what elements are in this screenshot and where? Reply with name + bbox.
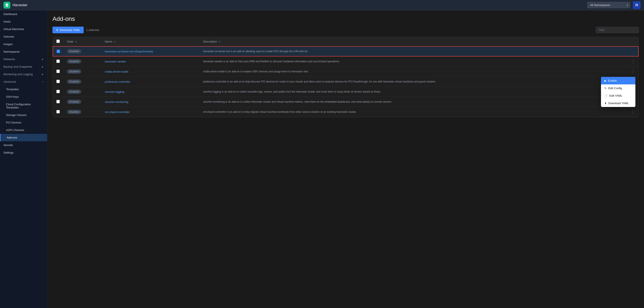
- row-actions-button[interactable]: ⋮: [631, 59, 635, 64]
- main-content: Add-ons ⬇ Download YAML 1 selected State…: [47, 10, 644, 308]
- addon-description: nvidia-driver-toolkit is an add-on to en…: [203, 70, 308, 73]
- sidebar-item-templates[interactable]: Templates: [0, 85, 47, 93]
- sidebar-item-images[interactable]: Images: [0, 40, 47, 48]
- addon-name-link[interactable]: rancher-monitoring: [105, 100, 128, 104]
- table-row[interactable]: Disabled rancher-logging rancher-logging…: [53, 87, 638, 97]
- col-header-name: Name ⇅: [101, 37, 200, 46]
- sort-icon-state: ⇅: [75, 41, 77, 43]
- status-badge: Disabled: [67, 100, 81, 104]
- addon-name-link[interactable]: nvidia-driver-toolkit: [105, 70, 128, 73]
- addon-name-link[interactable]: rancher-logging: [105, 90, 124, 93]
- sidebar-item-dashboard[interactable]: Dashboard: [0, 10, 47, 18]
- status-badge: Disabled: [67, 90, 81, 94]
- sidebar-item-cloud-config-templates[interactable]: Cloud Configuration Templates: [0, 101, 47, 111]
- sidebar-item-hosts[interactable]: Hosts: [0, 18, 47, 25]
- table-row[interactable]: Disabled vm-import-controller vm-import-…: [53, 107, 638, 117]
- addon-name-link[interactable]: harvester-csi-driver-lvm (Experimental): [105, 50, 153, 53]
- select-all-checkbox[interactable]: [56, 39, 60, 43]
- edit-icon: ✎: [604, 87, 606, 90]
- row-checkbox[interactable]: [56, 70, 60, 73]
- play-icon: ▶: [604, 79, 606, 82]
- status-badge: Disabled: [67, 49, 81, 53]
- namespace-selector-wrapper: All Namespaces default kube-system: [587, 2, 630, 8]
- filter-input[interactable]: [596, 27, 639, 33]
- addon-description: harvester-csi-driver-lvm is an add-on al…: [203, 50, 308, 53]
- status-badge: Disabled: [67, 69, 81, 74]
- sidebar-item-vgpu-devices[interactable]: vGPU Devices: [0, 126, 47, 134]
- app-logo: [4, 2, 10, 8]
- addon-description: vm-import-controller is an add-on to hel…: [203, 110, 356, 113]
- download-icon: ⬇: [56, 28, 58, 31]
- status-badge: Disabled: [67, 79, 81, 84]
- addon-description: rancher-logging is an add-on to collect …: [203, 90, 381, 93]
- context-menu-enable[interactable]: ▶ Enable: [601, 77, 636, 84]
- chevron-right-icon: ▶: [42, 65, 44, 68]
- table-row[interactable]: Disabled rancher-monitoring rancher-moni…: [53, 97, 638, 107]
- addon-description: harvester-seeder is an add-on that uses …: [203, 60, 340, 63]
- row-checkbox-checked[interactable]: ✓: [56, 50, 60, 53]
- sidebar-item-backup-snapshots[interactable]: Backup and Snapshots ▶: [0, 63, 47, 70]
- table-row[interactable]: Disabled nvidia-driver-toolkit nvidia-dr…: [53, 67, 638, 77]
- table-row[interactable]: ✓ Disabled harvester-csi-driver-lvm (Exp…: [53, 46, 638, 56]
- sidebar: Dashboard Hosts Virtual Machines Volumes…: [0, 10, 47, 308]
- chevron-right-icon: ▶: [42, 58, 44, 60]
- sort-icon-name: ⇅: [114, 41, 116, 43]
- sidebar-item-monitoring-logging[interactable]: Monitoring and Logging ▶: [0, 70, 47, 78]
- sidebar-item-namespaces[interactable]: Namespaces: [0, 48, 47, 55]
- sidebar-item-settings[interactable]: Settings: [0, 149, 47, 156]
- sidebar-item-add-ons[interactable]: Add-ons: [0, 134, 47, 141]
- download-icon: ⬇: [604, 102, 606, 105]
- context-menu-edit-yaml[interactable]: 📄 Edit YAML: [601, 92, 636, 99]
- status-badge: Disabled: [67, 110, 81, 114]
- row-checkbox[interactable]: [56, 80, 60, 83]
- row-actions-button[interactable]: ⋮: [631, 110, 635, 114]
- download-yaml-label: Download YAML: [60, 28, 80, 31]
- page-title: Add-ons: [52, 15, 639, 22]
- sort-icon-description: ⇅: [219, 41, 220, 43]
- row-checkbox[interactable]: [56, 110, 60, 113]
- file-icon: 📄: [604, 94, 608, 97]
- sidebar-item-volumes[interactable]: Volumes: [0, 33, 47, 40]
- status-badge: Disabled: [67, 59, 81, 64]
- context-menu-download-yaml[interactable]: ⬇ Download YAML: [601, 99, 636, 107]
- toolbar: ⬇ Download YAML 1 selected: [52, 27, 639, 33]
- addon-name-link[interactable]: pcidevices-controller: [105, 80, 130, 83]
- namespace-selector[interactable]: All Namespaces default kube-system: [587, 2, 630, 8]
- col-header-state: State ⇅: [64, 37, 101, 46]
- table-row[interactable]: Disabled harvester-seeder harvester-seed…: [53, 56, 638, 67]
- addon-description: rancher-monitoring is an add-on to colle…: [203, 100, 392, 103]
- sidebar-item-pci-devices[interactable]: PCI Devices: [0, 119, 47, 126]
- download-yaml-button[interactable]: ⬇ Download YAML: [52, 27, 84, 33]
- chevron-right-icon: ▶: [42, 73, 44, 75]
- topbar: Harvester All Namespaces default kube-sy…: [0, 0, 644, 10]
- sidebar-item-ssh-keys[interactable]: SSH Keys: [0, 93, 47, 101]
- addons-table: State ⇅ Name ⇅ Description ⇅: [52, 37, 639, 117]
- sidebar-item-secrets[interactable]: Secrets: [0, 141, 47, 149]
- table-header-row: State ⇅ Name ⇅ Description ⇅: [53, 37, 638, 46]
- row-checkbox[interactable]: [56, 59, 60, 63]
- sidebar-item-virtual-machines[interactable]: Virtual Machines: [0, 25, 47, 33]
- table-row[interactable]: Disabled pcidevices-controller pcidevice…: [53, 77, 638, 87]
- row-actions-button[interactable]: ⋮: [631, 69, 635, 74]
- sidebar-item-advanced[interactable]: Advanced ▾: [0, 78, 47, 85]
- addon-description: pcidevices-controller is an add-on to he…: [203, 80, 436, 83]
- user-avatar[interactable]: H: [633, 1, 640, 9]
- selected-count: 1 selected: [86, 28, 99, 31]
- row-checkbox[interactable]: [56, 90, 60, 93]
- addon-name-link[interactable]: harvester-seeder: [105, 60, 126, 63]
- chevron-down-icon: ▾: [42, 81, 44, 83]
- context-menu-edit-config[interactable]: ✎ Edit Config: [601, 84, 636, 92]
- row-checkbox[interactable]: [56, 100, 60, 103]
- app-title: Harvester: [12, 3, 587, 7]
- main-layout: Dashboard Hosts Virtual Machines Volumes…: [0, 10, 644, 308]
- sidebar-item-networks[interactable]: Networks ▶: [0, 55, 47, 63]
- addon-name-link[interactable]: vm-import-controller: [105, 110, 130, 114]
- sidebar-item-storage-classes[interactable]: Storage Classes: [0, 111, 47, 119]
- col-header-description: Description ⇅: [200, 37, 628, 46]
- context-menu: ▶ Enable ✎ Edit Config 📄 Edit YAML ⬇ Dow…: [601, 77, 636, 107]
